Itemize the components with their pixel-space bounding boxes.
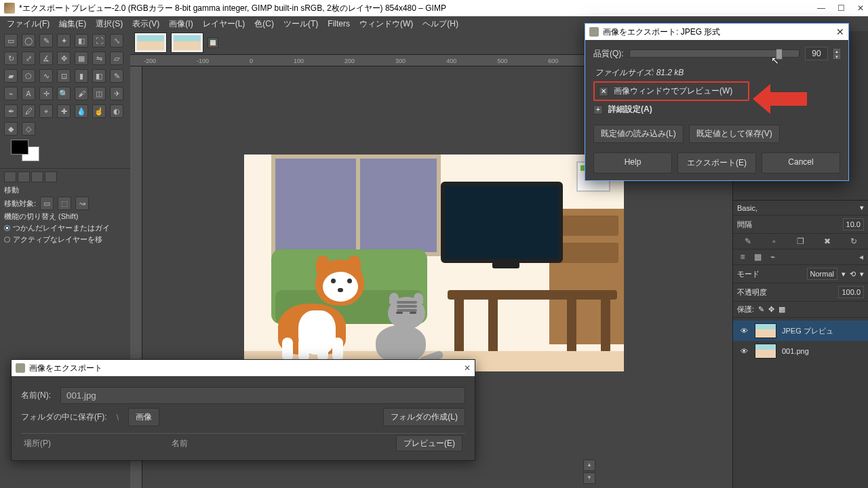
close-tab-icon[interactable]: ✕ bbox=[208, 37, 218, 48]
tool-eraser[interactable]: ◫ bbox=[92, 87, 106, 100]
scroll-up-icon[interactable]: ▲ bbox=[583, 460, 595, 471]
tool-fuzzy-select[interactable]: ✦ bbox=[57, 34, 71, 47]
scroll-down-icon[interactable]: ▼ bbox=[583, 472, 595, 484]
target-layer-icon[interactable]: ▭ bbox=[40, 197, 54, 210]
color-swatch[interactable] bbox=[11, 140, 39, 161]
tool-cage[interactable]: ⬠ bbox=[22, 69, 35, 83]
dock-menu-icon[interactable]: ◂ bbox=[856, 252, 867, 262]
menu-image[interactable]: 画像(I) bbox=[165, 17, 197, 31]
opt-tab-3[interactable] bbox=[31, 171, 43, 182]
checkbox-checked-icon[interactable]: ✕ bbox=[599, 87, 608, 96]
visibility-toggle-icon[interactable]: 👁 bbox=[738, 327, 749, 335]
tool-heal[interactable]: ✚ bbox=[57, 104, 71, 118]
mode-value[interactable]: Normal bbox=[807, 268, 837, 280]
menu-help[interactable]: ヘルプ(H) bbox=[418, 17, 462, 31]
tool-by-color-select[interactable]: ◧ bbox=[75, 34, 88, 47]
close-icon[interactable]: ✕ bbox=[464, 363, 471, 373]
filename-input[interactable] bbox=[60, 387, 465, 404]
cancel-button[interactable]: Cancel bbox=[762, 152, 840, 174]
spin-down-icon[interactable]: ▼ bbox=[833, 54, 840, 59]
minimize-button[interactable]: — bbox=[817, 3, 825, 13]
menu-colors[interactable]: 色(C) bbox=[250, 17, 278, 31]
create-folder-button[interactable]: フォルダの作成(L) bbox=[383, 408, 465, 426]
help-button[interactable]: Help bbox=[593, 152, 672, 174]
spacing-value[interactable]: 10.0 bbox=[843, 218, 864, 230]
brush-edit-icon[interactable]: ✎ bbox=[743, 237, 753, 246]
target-path-icon[interactable]: ↝ bbox=[75, 197, 89, 210]
tool-color-picker[interactable]: ✛ bbox=[39, 87, 53, 100]
quality-value[interactable]: 90 bbox=[805, 47, 828, 60]
tool-crop[interactable]: ⛶ bbox=[92, 34, 106, 47]
tool-zoom[interactable]: 🔍 bbox=[57, 87, 71, 100]
canvas-image[interactable] bbox=[244, 155, 624, 371]
opacity-value[interactable]: 100.0 bbox=[838, 286, 864, 298]
tool-airbrush[interactable]: ✈ bbox=[110, 87, 123, 100]
menu-select[interactable]: 選択(S) bbox=[92, 17, 127, 31]
tool-unified-transform[interactable]: ⤡ bbox=[110, 34, 123, 47]
paths-tab-icon[interactable]: ⌁ bbox=[767, 252, 778, 262]
menu-filters[interactable]: Filters bbox=[323, 18, 354, 30]
tool-perspective[interactable]: ▱ bbox=[110, 52, 123, 65]
lock-alpha-icon[interactable]: ▩ bbox=[778, 305, 785, 314]
menu-file[interactable]: ファイル(F) bbox=[3, 17, 54, 31]
tool-extra2[interactable]: ◇ bbox=[22, 122, 35, 136]
maximize-button[interactable]: ☐ bbox=[837, 3, 845, 13]
expander-plus-icon[interactable]: + bbox=[593, 105, 603, 115]
tool-ellipse-select[interactable]: ◯ bbox=[22, 34, 35, 47]
tool-ink[interactable]: ✒ bbox=[4, 104, 18, 118]
tool-align[interactable]: ▦ bbox=[75, 52, 88, 65]
target-selection-icon[interactable]: ⬚ bbox=[58, 197, 71, 210]
tool-shear[interactable]: ▰ bbox=[4, 69, 18, 83]
tool-pencil[interactable]: ✎ bbox=[110, 69, 123, 83]
opt-tab-2[interactable] bbox=[18, 171, 30, 182]
image-tab-1[interactable] bbox=[134, 33, 167, 53]
menu-tools[interactable]: ツール(T) bbox=[279, 17, 322, 31]
tool-measure[interactable]: ∡ bbox=[39, 52, 53, 65]
tool-extra1[interactable]: ◆ bbox=[4, 122, 18, 136]
visibility-toggle-icon[interactable]: 👁 bbox=[738, 347, 749, 355]
brush-refresh-icon[interactable]: ↻ bbox=[848, 237, 859, 246]
tool-paths[interactable]: ⌁ bbox=[4, 87, 18, 100]
tool-text[interactable]: A bbox=[22, 87, 35, 100]
save-defaults-button[interactable]: 既定値として保存(V) bbox=[689, 125, 780, 143]
tool-clone[interactable]: ⌖ bbox=[39, 104, 53, 118]
opt-tab-1[interactable] bbox=[4, 171, 16, 182]
fg-color[interactable] bbox=[11, 140, 28, 155]
layers-tab-icon[interactable]: ≡ bbox=[737, 252, 748, 262]
image-tab-2[interactable] bbox=[171, 33, 203, 53]
tool-dodge[interactable]: ◐ bbox=[110, 104, 123, 118]
export-button[interactable]: エクスポート(E) bbox=[677, 152, 756, 174]
tool-gradient[interactable]: ◧ bbox=[92, 69, 106, 83]
menu-layer[interactable]: レイヤー(L) bbox=[199, 17, 250, 31]
mode-reset-icon[interactable]: ⟲ bbox=[850, 270, 856, 279]
tool-rotate[interactable]: ↻ bbox=[4, 52, 18, 65]
load-defaults-button[interactable]: 既定値の読み込み(L) bbox=[593, 125, 684, 143]
tool-paintbrush[interactable]: 🖌 bbox=[75, 87, 88, 100]
radio-pick-layer[interactable]: つかんだレイヤーまたはガイ bbox=[4, 223, 126, 233]
tool-rect-select[interactable]: ▭ bbox=[4, 34, 18, 47]
menu-edit[interactable]: 編集(E) bbox=[55, 17, 90, 31]
radio-move-active[interactable]: アクティブなレイヤーを移 bbox=[4, 235, 126, 245]
close-icon[interactable]: ✕ bbox=[836, 26, 844, 37]
brush-new-icon[interactable]: ▫ bbox=[769, 237, 780, 246]
preview-in-window-checkbox[interactable]: ✕ 画像ウィンドウでプレビュー(W) bbox=[593, 81, 749, 101]
tool-handle[interactable]: ⊡ bbox=[57, 69, 71, 83]
channels-tab-icon[interactable]: ▦ bbox=[752, 252, 763, 262]
brush-selector[interactable]: Basic,▾ bbox=[733, 201, 868, 216]
tool-flip[interactable]: ⇋ bbox=[92, 52, 106, 65]
tool-warp[interactable]: ∿ bbox=[39, 69, 53, 83]
layer-row-jpeg-preview[interactable]: 👁 JPEG プレビュ bbox=[733, 321, 868, 341]
lock-pixels-icon[interactable]: ✎ bbox=[758, 305, 764, 314]
folder-button[interactable]: 画像 bbox=[128, 408, 159, 426]
opt-tab-4[interactable] bbox=[45, 171, 57, 182]
tool-scale[interactable]: ⤢ bbox=[22, 52, 35, 65]
spin-up-icon[interactable]: ▲ bbox=[833, 49, 840, 54]
tool-smudge[interactable]: ☝ bbox=[92, 104, 106, 118]
close-button[interactable]: ✕ bbox=[857, 3, 864, 13]
tool-mypaint[interactable]: 🖊 bbox=[22, 104, 35, 118]
tool-blur[interactable]: 💧 bbox=[75, 104, 88, 118]
menu-window[interactable]: ウィンドウ(W) bbox=[355, 17, 417, 31]
lock-position-icon[interactable]: ✥ bbox=[768, 305, 774, 314]
menu-view[interactable]: 表示(V) bbox=[128, 17, 163, 31]
tool-move[interactable]: ✥ bbox=[57, 52, 71, 65]
